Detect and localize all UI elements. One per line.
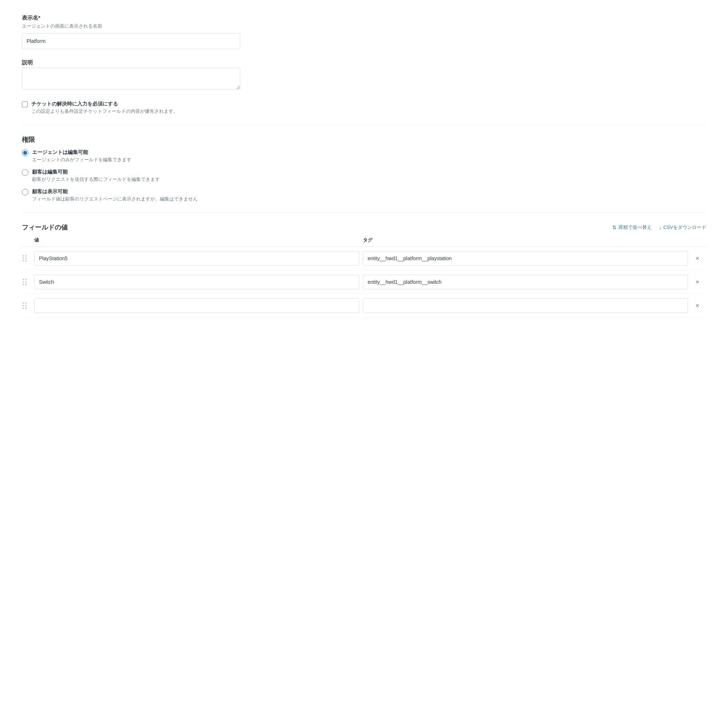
field-values-header: フィールドの値 ⇅ 昇順で並べ替え ↓ CSVをダウンロード xyxy=(22,223,706,232)
drag-dot xyxy=(23,258,24,259)
drag-handle-3[interactable] xyxy=(22,301,30,310)
drag-dot xyxy=(25,302,27,304)
permission-agent-edit-sub-label: エージェントのみがフィールドを編集できます xyxy=(32,156,131,163)
drag-dot xyxy=(23,279,24,280)
row-value-input-1[interactable] xyxy=(34,251,359,266)
permissions-radio-group: エージェントは編集可能 エージェントのみがフィールドを編集できます 顧客は編集可… xyxy=(22,149,706,202)
permission-customer-view-text: 顧客は表示可能 フィールド値は顧客のリクエストページに表示されますが、編集はでき… xyxy=(32,189,198,202)
row-value-input-2[interactable] xyxy=(34,275,359,289)
field-values-actions: ⇅ 昇順で並べ替え ↓ CSVをダウンロード xyxy=(612,224,706,231)
display-name-label: 表示名* xyxy=(22,14,706,22)
required-checkbox-text: チケットの解決時に入力を必須にする この設定よりも条件設定チケットフィールドの内… xyxy=(31,101,178,115)
drag-dot-row-1c xyxy=(23,260,30,261)
permissions-title: 権限 xyxy=(22,135,706,144)
drag-dot xyxy=(23,302,24,304)
description-label: 説明 xyxy=(22,59,706,66)
drag-dot xyxy=(25,284,27,285)
permission-agent-edit-item: エージェントは編集可能 エージェントのみがフィールドを編集できます xyxy=(22,149,706,163)
drag-dot xyxy=(23,281,24,283)
drag-dot xyxy=(23,284,24,285)
divider-1 xyxy=(22,125,706,125)
drag-dot xyxy=(25,255,27,257)
table-header: 値 タグ xyxy=(22,237,706,247)
drag-dot xyxy=(23,260,24,261)
permission-customer-view-main-label: 顧客は表示可能 xyxy=(32,189,198,195)
permission-agent-edit-main-label: エージェントは編集可能 xyxy=(32,149,131,156)
drag-dot xyxy=(25,258,27,259)
divider-2 xyxy=(22,212,706,213)
field-values-title: フィールドの値 xyxy=(22,223,612,232)
drag-dot xyxy=(25,279,27,280)
field-values-section: フィールドの値 ⇅ 昇順で並べ替え ↓ CSVをダウンロード 値 タグ xyxy=(22,223,706,318)
action-col-header xyxy=(692,237,706,243)
drag-dot-row-3c xyxy=(23,307,30,309)
permission-customer-edit-text: 顧客は編集可能 顧客がリクエストを送信する際にフィールドを編集できます xyxy=(32,169,160,183)
drag-dot-row-3b xyxy=(23,305,30,306)
required-section: チケットの解決時に入力を必須にする この設定よりも条件設定チケットフィールドの内… xyxy=(22,101,706,115)
description-input[interactable] xyxy=(22,68,240,89)
download-icon: ↓ xyxy=(659,225,662,230)
permission-customer-view-radio[interactable] xyxy=(22,189,28,195)
drag-dot xyxy=(25,307,27,309)
drag-handle-1[interactable] xyxy=(22,254,30,263)
tag-col-header: タグ xyxy=(363,237,688,243)
row-tag-input-2[interactable] xyxy=(363,275,688,289)
permission-customer-edit-main-label: 顧客は編集可能 xyxy=(32,169,160,175)
drag-dot-row-2a xyxy=(23,279,30,280)
drag-dot-row-1a xyxy=(23,255,30,257)
permission-customer-view-sub-label: フィールド値は顧客のリクエストページに表示されますが、編集はできません xyxy=(32,196,198,202)
row-tag-input-3[interactable] xyxy=(363,298,688,313)
drag-dot xyxy=(23,305,24,306)
required-checkbox[interactable] xyxy=(22,101,27,107)
description-section: 説明 xyxy=(22,59,706,91)
drag-handle-2[interactable] xyxy=(22,277,30,287)
drag-col-header xyxy=(22,237,30,243)
table-row: × xyxy=(22,294,706,318)
sort-icon: ⇅ xyxy=(612,225,617,230)
value-col-header: 値 xyxy=(34,237,359,243)
table-row: × xyxy=(22,270,706,294)
csv-download-link[interactable]: ↓ CSVをダウンロード xyxy=(659,224,706,231)
remove-row-button-3[interactable]: × xyxy=(692,300,703,312)
row-tag-input-1[interactable] xyxy=(363,251,688,266)
csv-download-label: CSVをダウンロード xyxy=(663,224,706,231)
display-name-sublabel: エージェントの画面に表示される名前 xyxy=(22,23,706,29)
drag-dot-row-3a xyxy=(23,302,30,304)
required-checkbox-main-label: チケットの解決時に入力を必須にする xyxy=(31,101,178,107)
display-name-input[interactable] xyxy=(22,33,240,49)
sort-ascending-label: 昇順で並べ替え xyxy=(618,224,651,231)
permission-customer-edit-radio[interactable] xyxy=(22,169,28,176)
permission-agent-edit-radio[interactable] xyxy=(22,150,28,156)
drag-dot-row-2c xyxy=(23,284,30,285)
drag-dot xyxy=(25,281,27,283)
drag-dot xyxy=(23,255,24,257)
drag-dot xyxy=(23,307,24,309)
display-name-section: 表示名* エージェントの画面に表示される名前 xyxy=(22,14,706,49)
drag-dot-row-1b xyxy=(23,258,30,259)
permission-agent-edit-text: エージェントは編集可能 エージェントのみがフィールドを編集できます xyxy=(32,149,131,163)
remove-row-button-1[interactable]: × xyxy=(692,253,703,264)
required-checkbox-sub-label: この設定よりも条件設定チケットフィールドの内容が優先されます。 xyxy=(31,108,178,115)
drag-dot xyxy=(25,305,27,306)
row-value-input-3[interactable] xyxy=(34,298,359,313)
sort-ascending-link[interactable]: ⇅ 昇順で並べ替え xyxy=(612,224,651,231)
table-row: × xyxy=(22,247,706,270)
required-checkbox-row: チケットの解決時に入力を必須にする この設定よりも条件設定チケットフィールドの内… xyxy=(22,101,706,115)
drag-dot-row-2b xyxy=(23,281,30,283)
permission-customer-edit-sub-label: 顧客がリクエストを送信する際にフィールドを編集できます xyxy=(32,176,160,183)
permissions-section: 権限 エージェントは編集可能 エージェントのみがフィールドを編集できます 顧客は… xyxy=(22,135,706,202)
drag-dot xyxy=(25,260,27,261)
remove-row-button-2[interactable]: × xyxy=(692,276,703,288)
permission-customer-view-item: 顧客は表示可能 フィールド値は顧客のリクエストページに表示されますが、編集はでき… xyxy=(22,189,706,202)
permission-customer-edit-item: 顧客は編集可能 顧客がリクエストを送信する際にフィールドを編集できます xyxy=(22,169,706,183)
